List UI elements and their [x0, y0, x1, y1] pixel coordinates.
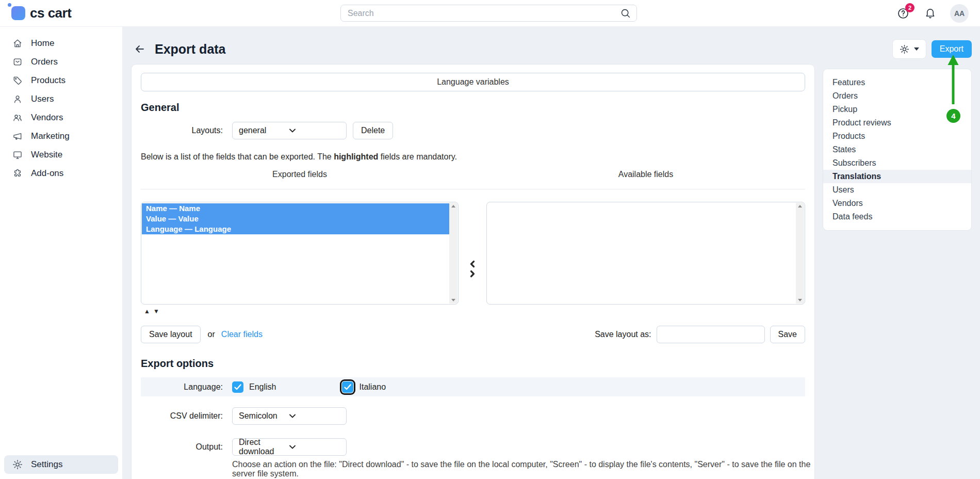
save-layout-button[interactable]: Save layout: [141, 326, 201, 343]
panel-item-orders[interactable]: Orders: [823, 89, 971, 103]
save-button[interactable]: Save: [770, 326, 805, 343]
gear-icon: [12, 459, 23, 470]
settings-dropdown-button[interactable]: [892, 39, 926, 59]
monitor-icon: [12, 150, 23, 160]
sidebar-item-products[interactable]: Products: [4, 71, 118, 90]
sidebar-item-orders[interactable]: Orders: [4, 53, 118, 71]
chevron-down-icon: [289, 414, 340, 418]
home-icon: [12, 38, 23, 49]
arrow-left-icon: [134, 43, 146, 55]
sidebar-item-label: Home: [31, 38, 54, 49]
panel-item-users[interactable]: Users: [823, 183, 971, 197]
page-title: Export data: [155, 42, 226, 57]
delete-layout-button[interactable]: Delete: [353, 122, 393, 139]
output-hint: Choose an action on the file: "Direct do…: [232, 460, 815, 478]
panel-item-data-feeds[interactable]: Data feeds: [823, 210, 971, 223]
csv-delimiter-select[interactable]: Semicolon: [232, 407, 347, 425]
export-options-heading: Export options: [141, 358, 805, 370]
sidebar-item-label: Vendors: [31, 113, 63, 123]
sidebar-item-label: Orders: [31, 57, 58, 67]
sidebar-item-label: Add-ons: [31, 168, 63, 179]
csv-delimiter-label: CSV delimiter:: [141, 411, 223, 421]
scrollbar[interactable]: [449, 203, 458, 304]
tab-language-variables[interactable]: Language variables: [141, 73, 805, 91]
clear-fields-link[interactable]: Clear fields: [221, 330, 263, 339]
sidebar-item-home[interactable]: Home: [4, 34, 118, 53]
sidebar-item-label: Users: [31, 94, 54, 104]
checkbox-label: English: [249, 382, 276, 392]
avatar[interactable]: AA: [950, 4, 969, 23]
save-layout-as-input[interactable]: [657, 326, 765, 343]
back-button[interactable]: [131, 40, 149, 58]
sidebar-item-label: Products: [31, 75, 66, 86]
output-value: Direct download: [239, 438, 289, 456]
panel-item-features[interactable]: Features: [823, 76, 971, 89]
layouts-select-value: general: [239, 126, 289, 135]
fields-description: Below is a list of the fields that can b…: [141, 152, 805, 162]
language-checkbox-english[interactable]: English: [232, 381, 276, 393]
panel-item-vendors[interactable]: Vendors: [823, 197, 971, 210]
move-right-button[interactable]: [469, 270, 476, 278]
topbar: cs cart 2 AA: [0, 0, 980, 27]
user-icon: [12, 94, 23, 104]
chevron-down-icon: [914, 47, 919, 51]
available-fields-header: Available fields: [486, 170, 805, 179]
panel-item-states[interactable]: States: [823, 143, 971, 156]
logo-text: cs cart: [30, 5, 71, 21]
global-search: [340, 5, 637, 22]
vendors-icon: [12, 113, 23, 123]
available-fields-listbox[interactable]: [486, 202, 805, 305]
sidebar-item-marketing[interactable]: Marketing: [4, 127, 118, 146]
exported-field-option[interactable]: Name — Name: [142, 203, 449, 214]
sidebar-item-website[interactable]: Website: [4, 146, 118, 164]
help-button[interactable]: 2: [896, 7, 910, 20]
panel-item-product-reviews[interactable]: Product reviews: [823, 116, 971, 130]
sidebar-item-label: Settings: [31, 459, 62, 470]
chevron-down-icon: [289, 129, 340, 133]
scroll-down-icon: [451, 299, 455, 301]
layouts-label: Layouts:: [141, 126, 223, 135]
sidebar-item-users[interactable]: Users: [4, 90, 118, 108]
scroll-up-icon: [798, 205, 802, 207]
megaphone-icon: [12, 131, 23, 141]
exported-field-option[interactable]: Value — Value: [142, 214, 449, 224]
app-logo: cs cart: [11, 5, 71, 21]
chevron-down-icon: [289, 445, 340, 449]
panel-item-subscribers[interactable]: Subscribers: [823, 156, 971, 170]
output-label: Output:: [141, 442, 223, 452]
sidebar: Home Orders Products Users Vendors Marke…: [0, 27, 123, 479]
move-down-button[interactable]: ▼: [153, 308, 159, 314]
panel-item-products[interactable]: Products: [823, 130, 971, 143]
sidebar-item-settings[interactable]: Settings: [4, 455, 118, 474]
output-select[interactable]: Direct download: [232, 438, 347, 456]
notifications-button[interactable]: [923, 7, 937, 20]
search-input[interactable]: [340, 5, 637, 22]
panel-item-translations[interactable]: Translations: [823, 170, 971, 183]
exported-field-option[interactable]: Language — Language: [142, 224, 449, 234]
general-heading: General: [141, 102, 805, 114]
move-left-button[interactable]: [469, 260, 476, 268]
export-sections-panel: Features Orders Pickup Product reviews P…: [823, 69, 972, 231]
sidebar-item-label: Website: [31, 150, 62, 160]
sidebar-item-vendors[interactable]: Vendors: [4, 108, 118, 127]
layouts-select[interactable]: general: [232, 122, 347, 139]
move-up-button[interactable]: ▲: [144, 308, 150, 314]
export-button[interactable]: Export: [932, 40, 972, 58]
language-label: Language:: [141, 382, 223, 392]
puzzle-icon: [12, 168, 23, 179]
exported-fields-listbox[interactable]: Name — Name Value — Value Language — Lan…: [141, 202, 459, 305]
language-checkbox-italiano[interactable]: Italiano: [342, 381, 386, 393]
checkbox-label: Italiano: [359, 382, 386, 392]
scrollbar[interactable]: [796, 203, 804, 304]
exported-fields-header: Exported fields: [141, 170, 459, 179]
checkbox-checked-icon: [342, 381, 353, 393]
tag-icon: [12, 75, 23, 86]
export-form-card: Language variables General Layouts: gene…: [131, 64, 815, 479]
gear-icon: [900, 44, 909, 54]
scroll-up-icon: [451, 205, 455, 207]
sidebar-item-addons[interactable]: Add-ons: [4, 164, 118, 183]
or-text: or: [208, 330, 215, 339]
help-count-badge: 2: [905, 3, 914, 12]
search-icon[interactable]: [620, 8, 631, 19]
panel-item-pickup[interactable]: Pickup: [823, 103, 971, 116]
